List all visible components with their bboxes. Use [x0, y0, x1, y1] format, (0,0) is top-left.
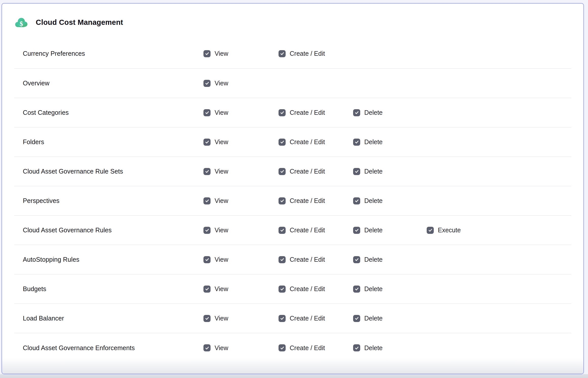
create-edit-label: Create / Edit: [290, 138, 325, 146]
delete-checkbox[interactable]: [353, 344, 360, 351]
resource-label: Cloud Asset Governance Rules: [23, 226, 203, 234]
dollar-glyph: $: [20, 20, 23, 27]
create-edit-checkbox[interactable]: [279, 197, 286, 204]
view-checkbox[interactable]: [203, 286, 211, 293]
view-checkbox[interactable]: [203, 80, 211, 87]
create-edit-permission[interactable]: Create / Edit: [279, 315, 353, 322]
create-edit-permission[interactable]: Create / Edit: [279, 197, 353, 204]
view-label: View: [215, 197, 228, 204]
delete-checkbox[interactable]: [353, 168, 360, 175]
create-edit-permission[interactable]: Create / Edit: [279, 344, 353, 352]
permissions-card: $ Cloud Cost Management Currency Prefere…: [2, 3, 584, 374]
delete-checkbox[interactable]: [353, 286, 360, 293]
row-cloud-asset-governance-rule-sets: Cloud Asset Governance Rule Sets View Cr…: [14, 157, 571, 186]
delete-permission[interactable]: Delete: [353, 344, 427, 352]
create-edit-permission[interactable]: Create / Edit: [279, 138, 353, 146]
view-checkbox[interactable]: [203, 139, 211, 146]
view-permission[interactable]: View: [203, 256, 279, 263]
row-autostopping-rules: AutoStopping Rules View Create / Edit De…: [14, 245, 571, 274]
create-edit-checkbox[interactable]: [279, 315, 286, 322]
view-label: View: [215, 315, 228, 322]
view-permission[interactable]: View: [203, 285, 279, 293]
resource-label: Cloud Asset Governance Rule Sets: [23, 168, 203, 175]
row-perspectives: Perspectives View Create / Edit Delete E…: [14, 186, 571, 216]
create-edit-label: Create / Edit: [290, 109, 325, 116]
create-edit-permission[interactable]: Create / Edit: [279, 285, 353, 293]
cloud-dollar-icon: $: [14, 17, 28, 28]
create-edit-label: Create / Edit: [290, 226, 325, 234]
create-edit-checkbox[interactable]: [279, 227, 286, 234]
view-permission[interactable]: View: [203, 344, 279, 352]
delete-permission[interactable]: Delete: [353, 138, 427, 146]
create-edit-checkbox[interactable]: [279, 109, 286, 116]
view-permission[interactable]: View: [203, 138, 279, 146]
delete-permission[interactable]: Delete: [353, 109, 427, 116]
view-checkbox[interactable]: [203, 50, 211, 57]
delete-label: Delete: [364, 285, 383, 293]
create-edit-checkbox[interactable]: [279, 139, 286, 146]
view-label: View: [215, 226, 228, 234]
delete-permission[interactable]: Delete: [353, 197, 427, 204]
delete-label: Delete: [364, 109, 383, 116]
resource-label: Cost Categories: [23, 109, 203, 116]
view-permission[interactable]: View: [203, 109, 279, 116]
delete-label: Delete: [364, 344, 383, 352]
view-label: View: [215, 50, 228, 57]
view-checkbox[interactable]: [203, 197, 211, 204]
view-checkbox[interactable]: [203, 168, 211, 175]
view-permission[interactable]: View: [203, 50, 279, 57]
view-permission[interactable]: View: [203, 315, 279, 322]
view-permission[interactable]: View: [203, 226, 279, 234]
row-folders: Folders View Create / Edit Delete Execut…: [14, 127, 571, 157]
resource-label: Cloud Asset Governance Enforcements: [23, 344, 203, 352]
view-permission[interactable]: View: [203, 197, 279, 204]
execute-checkbox[interactable]: [427, 227, 434, 234]
create-edit-permission[interactable]: Create / Edit: [279, 168, 353, 175]
view-label: View: [215, 344, 228, 352]
delete-label: Delete: [364, 138, 383, 146]
create-edit-checkbox[interactable]: [279, 344, 286, 351]
delete-label: Delete: [364, 226, 383, 234]
view-permission[interactable]: View: [203, 80, 279, 87]
create-edit-permission[interactable]: Create / Edit: [279, 256, 353, 263]
create-edit-label: Create / Edit: [290, 315, 325, 322]
delete-permission[interactable]: Delete: [353, 315, 427, 322]
execute-label: Execute: [438, 226, 461, 234]
delete-checkbox[interactable]: [353, 197, 360, 204]
view-checkbox[interactable]: [203, 315, 211, 322]
view-permission[interactable]: View: [203, 168, 279, 175]
view-checkbox[interactable]: [203, 256, 211, 263]
delete-permission[interactable]: Delete: [353, 285, 427, 293]
create-edit-checkbox[interactable]: [279, 286, 286, 293]
create-edit-checkbox[interactable]: [279, 50, 286, 57]
permissions-table: Currency Preferences View Create / Edit …: [14, 39, 571, 363]
view-checkbox[interactable]: [203, 344, 211, 351]
delete-permission[interactable]: Delete: [353, 168, 427, 175]
create-edit-checkbox[interactable]: [279, 256, 286, 263]
card-header: $ Cloud Cost Management: [2, 4, 583, 39]
delete-checkbox[interactable]: [353, 227, 360, 234]
create-edit-permission[interactable]: Create / Edit: [279, 226, 353, 234]
row-cloud-asset-governance-enforcements: Cloud Asset Governance Enforcements View…: [14, 333, 571, 363]
create-edit-checkbox[interactable]: [279, 168, 286, 175]
view-label: View: [215, 109, 228, 116]
delete-permission[interactable]: Delete: [353, 256, 427, 263]
delete-checkbox[interactable]: [353, 256, 360, 263]
view-checkbox[interactable]: [203, 109, 211, 116]
row-overview: Overview View Create / Edit Delete Execu…: [14, 69, 571, 98]
delete-checkbox[interactable]: [353, 315, 360, 322]
delete-checkbox[interactable]: [353, 139, 360, 146]
create-edit-permission[interactable]: Create / Edit: [279, 109, 353, 116]
page-title: Cloud Cost Management: [36, 18, 123, 27]
create-edit-permission[interactable]: Create / Edit: [279, 50, 353, 57]
resource-label: Overview: [23, 80, 203, 87]
view-label: View: [215, 80, 228, 87]
view-checkbox[interactable]: [203, 227, 211, 234]
delete-checkbox[interactable]: [353, 109, 360, 116]
create-edit-label: Create / Edit: [290, 285, 325, 293]
view-label: View: [215, 256, 228, 263]
row-load-balancer: Load Balancer View Create / Edit Delete …: [14, 304, 571, 333]
delete-permission[interactable]: Delete: [353, 226, 427, 234]
execute-permission[interactable]: Execute: [427, 226, 571, 234]
create-edit-label: Create / Edit: [290, 256, 325, 263]
